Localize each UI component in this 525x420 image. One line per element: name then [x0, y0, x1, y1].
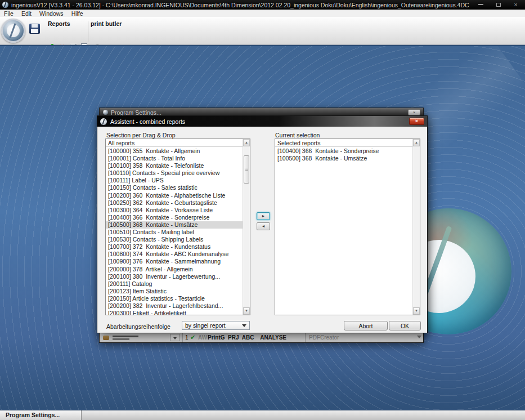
- maximize-button[interactable]: [491, 1, 505, 8]
- order-combobox[interactable]: by singel report: [182, 321, 250, 330]
- menu-item[interactable]: Hilfe: [68, 10, 87, 17]
- report-list-item[interactable]: [100510] Contacts - Mailing label: [106, 229, 243, 236]
- report-list-item[interactable]: [100800] 374 Kontakte - ABC Kundenanalys…: [106, 251, 243, 258]
- report-list-item[interactable]: [200150] Article statistics - Testarticl…: [106, 295, 243, 302]
- app-logo-icon: [2, 2, 8, 8]
- report-list-item[interactable]: [200000] 378 Artikel - Allgemein: [106, 266, 243, 273]
- status-dropdown-button[interactable]: [170, 334, 180, 341]
- program-settings-close-button[interactable]: ×: [408, 109, 420, 115]
- all-reports-list: [100000] 355 Kontakte - Allgemein[100001…: [106, 148, 243, 315]
- selected-reports-listbox: Selected reports [100400] 366 Kontakte -…: [275, 138, 420, 315]
- report-list-item[interactable]: [100100] 358 Kontakte - Telefonliste: [106, 162, 243, 169]
- selected-reports-list: [100400] 366 Kontakte - Sonderpreise[100…: [275, 148, 412, 315]
- print-butler-group-label: print butler: [91, 20, 122, 27]
- all-reports-listbox: All reports [100000] 355 Kontakte - Allg…: [105, 138, 250, 315]
- check-icon: ✔: [190, 334, 195, 341]
- right-scrollbar[interactable]: ▲ ▼: [412, 139, 420, 315]
- right-panel-label: Current selection: [275, 132, 320, 138]
- report-list-item[interactable]: [100500] 368 Kontakte - Umsätze: [106, 221, 243, 229]
- selected-reports-header: Selected reports: [275, 139, 412, 147]
- report-list-item[interactable]: [100300] 364 Kontakte - Vorkasse Liste: [106, 207, 243, 214]
- taskbar-item-program-settings[interactable]: Program Settings...: [0, 410, 82, 420]
- reports-group-label: Reports: [48, 20, 70, 27]
- save-button[interactable]: [29, 24, 40, 34]
- add-to-selection-button[interactable]: ►: [257, 212, 270, 220]
- dialog-icon: [100, 118, 107, 125]
- order-value: by singel report: [185, 322, 226, 329]
- report-list-item[interactable]: [200300] Etikett - Artikeletikett: [106, 310, 243, 315]
- remove-from-selection-button[interactable]: ◄: [257, 222, 270, 230]
- report-list-item[interactable]: [100400] 366 Kontakte - Sonderpreise: [106, 214, 243, 221]
- status-count: 1: [185, 334, 189, 341]
- report-list-item[interactable]: [100150] Contacts - Sales statistic: [106, 184, 243, 191]
- report-list-item[interactable]: [200111] Catalog: [106, 280, 243, 288]
- left-scrollbar[interactable]: ▲ ▼: [243, 139, 250, 315]
- status-flags: PrintG PRJ ABC ANALYSE: [208, 334, 286, 341]
- printer-field[interactable]: PDFCreator: [305, 333, 423, 342]
- app-title: ingeniousV12 [V3.3.41 - 26.03.12] - C:\U…: [11, 2, 469, 8]
- all-reports-header: All reports: [106, 139, 243, 147]
- app-titlebar: ingeniousV12 [V3.3.41 - 26.03.12] - C:\U…: [0, 0, 525, 10]
- printer-dropdown-icon: [417, 336, 421, 338]
- maximize-icon: [496, 3, 501, 7]
- scroll-down-icon[interactable]: ▼: [413, 307, 420, 315]
- program-settings-title: Program Settings...: [111, 109, 161, 116]
- minimize-icon: [478, 4, 483, 5]
- report-list-item[interactable]: [100000] 355 Kontakte - Allgemein: [106, 148, 243, 155]
- printer-name: PDFCreator: [309, 334, 339, 341]
- ok-button[interactable]: OK: [389, 321, 421, 330]
- close-button[interactable]: ×: [509, 1, 523, 8]
- mdi-background: Program Settings... × 1 ✔ AW PrintG PRJ …: [0, 45, 525, 410]
- toolbar-separator: [88, 21, 88, 42]
- clipped-icon: [103, 336, 109, 340]
- report-list-item[interactable]: [100111] Label - UPS: [106, 177, 243, 184]
- window-icon: [103, 110, 108, 115]
- report-list-item[interactable]: [100900] 376 Kontakte - Sammelmahnung: [106, 258, 243, 265]
- report-list-item[interactable]: [200200] 382 Inventur - Lagerfehlbestand…: [106, 302, 243, 310]
- scrollbar-thumb[interactable]: [244, 155, 249, 184]
- report-list-item[interactable]: [200100] 380 Inventur - Lagerbewertung..…: [106, 273, 243, 280]
- report-list-item[interactable]: [200123] Item Statistic: [106, 288, 243, 295]
- app-window: ingeniousV12 [V3.3.41 - 26.03.12] - C:\U…: [0, 0, 525, 420]
- dialog-title: Assistent - combined reports: [110, 118, 185, 125]
- left-panel-label: Selection per Drag & Drop: [106, 132, 176, 138]
- dialog-close-button[interactable]: ×: [409, 118, 424, 125]
- selected-report-item[interactable]: [100400] 366 Kontakte - Sonderpreise: [275, 148, 412, 155]
- report-list-item[interactable]: [100250] 362 Kontakte - Geburtstagsliste: [106, 199, 243, 207]
- program-settings-statusbar: 1 ✔ AW PrintG PRJ ABC ANALYSE PDFCreator: [100, 332, 423, 342]
- report-list-item[interactable]: [100530] Contacts - Shipping Labels: [106, 236, 243, 243]
- chevron-down-icon: [242, 324, 246, 327]
- status-aw: AW: [198, 334, 207, 341]
- report-list-item[interactable]: [100001] Contacts - Total Info: [106, 155, 243, 162]
- assistent-dialog: Assistent - combined reports × Selection…: [97, 115, 428, 333]
- dialog-titlebar[interactable]: Assistent - combined reports ×: [97, 116, 427, 127]
- scroll-up-icon[interactable]: ▲: [413, 139, 420, 146]
- scroll-up-icon[interactable]: ▲: [243, 139, 250, 146]
- menu-item[interactable]: Edit: [17, 10, 35, 17]
- order-label: Abarbeitungsreihenfolge: [106, 323, 170, 330]
- toolbar: Reports × print butler: [0, 17, 525, 45]
- menu-item[interactable]: File: [0, 10, 17, 17]
- window-taskbar: Program Settings...: [0, 410, 525, 420]
- brand-logo-icon: [1, 19, 25, 43]
- selected-report-item[interactable]: [100500] 368 Kontakte - Umsätze: [275, 155, 412, 162]
- abort-button[interactable]: Abort: [344, 321, 388, 330]
- menubar: FileEditWindowsHilfe: [0, 10, 525, 17]
- minimize-button[interactable]: [474, 1, 488, 8]
- report-list-item[interactable]: [100700] 372 Kontakte - Kundenstatus: [106, 243, 243, 251]
- close-icon: ×: [514, 2, 517, 7]
- report-list-item[interactable]: [100110] Contacts - Special price overvi…: [106, 169, 243, 177]
- report-list-item[interactable]: [100200] 360 Kontakte - Alphabetische Li…: [106, 192, 243, 199]
- scroll-down-icon[interactable]: ▼: [243, 307, 250, 315]
- menu-item[interactable]: Windows: [35, 10, 68, 17]
